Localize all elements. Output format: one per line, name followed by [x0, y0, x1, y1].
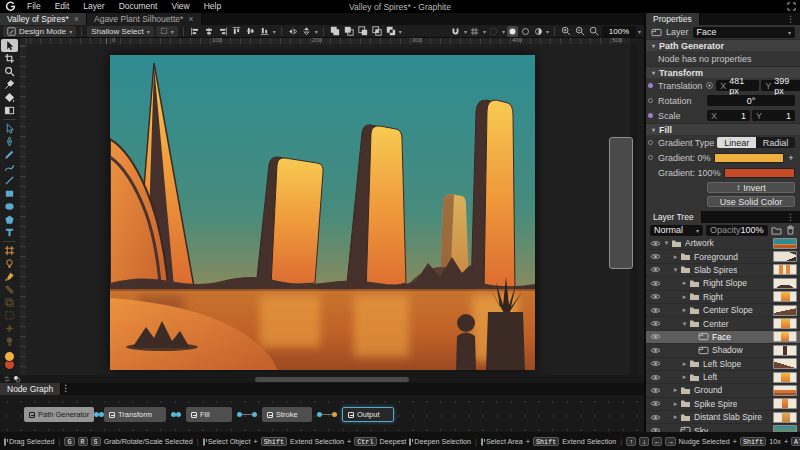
gradient-radial-button[interactable]: Radial [756, 137, 795, 148]
boolean-intersect-icon[interactable] [371, 26, 383, 37]
grid-icon[interactable] [469, 26, 481, 37]
blend-mode-dropdown[interactable]: Normal▾ [650, 225, 703, 236]
view-mode-pixels-icon[interactable] [533, 26, 544, 37]
layer-row-left[interactable]: ▸Left [646, 371, 800, 384]
visibility-eye-icon[interactable] [650, 239, 662, 248]
rectangle-tool[interactable] [1, 187, 18, 200]
node-path-generator[interactable]: Path Generator [24, 407, 94, 422]
visibility-eye-icon[interactable] [650, 399, 662, 408]
pen-tool[interactable] [1, 135, 18, 148]
boolean-subtract-front-icon[interactable] [343, 26, 355, 37]
fill-tool[interactable] [1, 91, 18, 104]
line-tool[interactable] [1, 174, 18, 187]
flip-vertical-icon[interactable] [301, 26, 313, 37]
translation-y-field[interactable]: Y399 px [761, 80, 800, 91]
layer-row-distant-slab-spire[interactable]: ▸Distant Slab Spire [646, 411, 800, 424]
visibility-eye-icon[interactable] [650, 332, 662, 341]
gradient-stop-0-swatch[interactable] [714, 153, 784, 163]
visibility-eye-icon[interactable] [650, 306, 662, 315]
selection-mode-dropdown[interactable]: Shallow Select▾ [87, 26, 154, 37]
overlays-dropdown-chevron[interactable]: ▾ [502, 28, 505, 35]
zoom-reset-icon[interactable] [588, 26, 600, 37]
node-output[interactable]: Output [342, 407, 394, 422]
layer-row-face[interactable]: Face [646, 331, 800, 344]
gradient-stop-0-socket[interactable] [648, 155, 653, 160]
polygon-tool[interactable] [1, 213, 18, 226]
node-fill[interactable]: Fill [186, 407, 232, 422]
eyedropper-tool[interactable] [1, 78, 18, 91]
working-fill-color[interactable] [4, 351, 15, 362]
boolean-subtract-back-icon[interactable] [357, 26, 369, 37]
canvas-viewport[interactable] [26, 44, 630, 375]
vertical-scrollbar-thumb[interactable] [609, 137, 633, 269]
layer-row-foreground[interactable]: ▸Foreground [646, 250, 800, 263]
brush-tool[interactable] [1, 270, 18, 283]
section-fill[interactable]: ▾Fill [646, 123, 800, 135]
visibility-eye-icon[interactable] [650, 373, 662, 382]
zoom-out-icon[interactable] [574, 26, 586, 37]
visibility-eye-icon[interactable] [650, 359, 662, 368]
align-middle-icon[interactable] [245, 26, 257, 37]
menu-file[interactable]: File [20, 0, 48, 13]
patch-tool[interactable] [1, 309, 18, 322]
translation-x-field[interactable]: X481 px [716, 80, 759, 91]
overlays-icon[interactable] [488, 26, 500, 37]
menu-help[interactable]: Help [197, 0, 228, 13]
view-mode-normal-icon[interactable] [507, 26, 518, 37]
imaginate-tool[interactable] [1, 257, 18, 270]
gradient-type-socket[interactable] [648, 140, 653, 145]
expand-arrow-icon[interactable]: ▸ [680, 306, 689, 314]
rotation-socket[interactable] [648, 98, 653, 103]
canvas-horizontal-scrollbar[interactable] [26, 375, 644, 383]
select-tool[interactable] [1, 39, 18, 52]
graphite-logo-icon[interactable] [5, 1, 16, 12]
menu-edit[interactable]: Edit [48, 0, 77, 13]
visibility-eye-icon[interactable] [650, 413, 662, 422]
align-right-icon[interactable] [217, 26, 229, 37]
visibility-eye-icon[interactable] [650, 319, 662, 328]
layer-row-right-slope[interactable]: ▸Right Slope [646, 277, 800, 290]
expand-arrow-icon[interactable]: ▸ [680, 279, 689, 287]
node-transform[interactable]: Transform [104, 407, 166, 422]
layer-row-artwork[interactable]: ▾Artwork [646, 237, 800, 250]
input-port[interactable] [332, 412, 337, 417]
layer-row-center-slope[interactable]: ▸Center Slope [646, 304, 800, 317]
design-mode-dropdown[interactable]: Design Mode▾ [3, 26, 76, 37]
pivot-icon[interactable] [705, 81, 714, 90]
expand-arrow-icon[interactable]: ▸ [671, 386, 680, 394]
zoom-dropdown-chevron[interactable]: ▾ [638, 28, 641, 35]
boolean-difference-icon[interactable] [385, 26, 397, 37]
node-graph-options-icon[interactable]: ⋮ [61, 383, 70, 395]
layer-tree-options-icon[interactable]: ⋮ [781, 211, 800, 223]
layer-row-spike-spire[interactable]: ▸Spike Spire [646, 398, 800, 411]
zoom-in-icon[interactable] [560, 26, 572, 37]
layer-row-center[interactable]: ▾Center [646, 317, 800, 330]
visibility-eye-icon[interactable] [650, 265, 662, 274]
opacity-field[interactable]: Opacity100% [706, 225, 768, 236]
visibility-eye-icon[interactable] [650, 346, 662, 355]
layer-row-right[interactable]: ▸Right [646, 291, 800, 304]
delete-layer-icon[interactable] [785, 225, 796, 236]
ellipse-tool[interactable] [1, 200, 18, 213]
visibility-eye-icon[interactable] [650, 252, 662, 261]
document-tab[interactable]: Agave Plant Silhouette*× [87, 13, 202, 25]
detail-tool[interactable] [1, 322, 18, 335]
view-mode-dropdown-chevron[interactable]: ▾ [546, 28, 549, 35]
frame-tool[interactable] [1, 244, 18, 257]
node-graph-canvas[interactable]: Path GeneratorTransformFillStrokeOutput [0, 395, 644, 432]
align-bottom-icon[interactable] [259, 26, 271, 37]
zoom-level-field[interactable]: 100% [602, 26, 636, 37]
expand-arrow-icon[interactable]: ▸ [671, 413, 680, 421]
expand-arrow-icon[interactable]: ▸ [680, 373, 689, 381]
new-folder-icon[interactable] [771, 225, 782, 236]
visibility-eye-icon[interactable] [650, 386, 662, 395]
artboard-tool[interactable] [1, 52, 18, 65]
input-port[interactable] [176, 412, 181, 417]
align-center-icon[interactable] [203, 26, 215, 37]
use-solid-color-button[interactable]: Use Solid Color [707, 196, 795, 207]
menu-document[interactable]: Document [112, 0, 165, 13]
selection-options-dropdown[interactable]: ▾ [156, 26, 178, 37]
horizontal-scrollbar-thumb[interactable] [255, 377, 410, 382]
visibility-eye-icon[interactable] [650, 279, 662, 288]
boolean-union-icon[interactable] [329, 26, 341, 37]
